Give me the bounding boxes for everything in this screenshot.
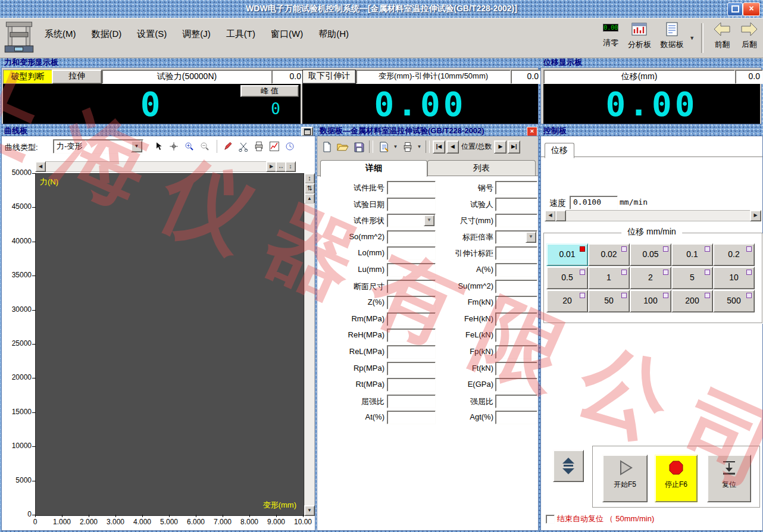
reset-button[interactable]: 复位 <box>707 455 751 502</box>
speed-slider-track[interactable] <box>545 210 761 221</box>
menu-item-6[interactable]: 帮助(H) <box>311 27 357 42</box>
field-input[interactable] <box>495 214 537 227</box>
scroll-down-button[interactable]: ▼ <box>304 505 315 516</box>
chart-tool-button[interactable] <box>267 139 282 154</box>
new-record-button[interactable] <box>319 139 334 154</box>
field-input[interactable] <box>495 296 537 309</box>
close-button[interactable]: × <box>743 2 760 16</box>
field-input[interactable] <box>387 198 436 211</box>
field-input[interactable] <box>495 378 537 392</box>
next-page-button[interactable]: 后翻 <box>738 20 761 51</box>
speed-option-button[interactable]: 0.01 <box>546 243 588 266</box>
tensile-button[interactable]: 拉伸 <box>52 70 102 84</box>
menu-item-4[interactable]: 工具(T) <box>218 27 263 42</box>
break-judge-button[interactable]: 破型判断 <box>3 70 52 84</box>
speed-option-button[interactable]: 5 <box>671 267 713 289</box>
clock-tool-button[interactable] <box>282 139 297 154</box>
tab-detail[interactable]: 详细 <box>320 160 427 177</box>
curve-window-icon[interactable] <box>301 127 313 136</box>
stop-button[interactable]: 停止F6 <box>655 455 698 502</box>
speed-option-button[interactable]: 200 <box>671 290 713 312</box>
field-input[interactable] <box>387 345 436 359</box>
field-input[interactable] <box>495 263 537 277</box>
print-tool-button[interactable] <box>251 139 266 154</box>
pen-tool-button[interactable] <box>220 139 235 154</box>
field-input[interactable] <box>387 362 436 375</box>
field-input[interactable] <box>387 246 436 260</box>
field-input[interactable] <box>387 411 436 424</box>
speed-option-button[interactable]: 0.02 <box>588 243 630 266</box>
curve-type-select[interactable]: 力-变形 ▼ <box>53 139 143 154</box>
field-input[interactable] <box>495 328 537 342</box>
field-input[interactable] <box>495 345 537 359</box>
remove-extensometer-button[interactable]: 取下引伸计 <box>302 70 356 84</box>
nav-last-button[interactable]: ▶| <box>508 140 520 154</box>
print-button[interactable] <box>400 139 415 154</box>
data-board-button[interactable]: 数据板 <box>658 20 686 51</box>
speed-option-button[interactable]: 0.1 <box>671 243 713 266</box>
field-input[interactable] <box>387 263 436 277</box>
menu-item-0[interactable]: 系统(M) <box>37 27 84 42</box>
crosshair-tool-button[interactable] <box>166 139 181 154</box>
data-panel-close-button[interactable]: × <box>527 127 537 136</box>
speed-option-button[interactable]: 2 <box>630 267 671 289</box>
speed-option-button[interactable]: 500 <box>713 290 755 312</box>
field-input[interactable] <box>495 411 537 424</box>
menu-item-2[interactable]: 设置(S) <box>129 27 174 42</box>
slider-left-button[interactable]: ◀ <box>545 210 556 221</box>
minimize-button[interactable] <box>727 2 743 16</box>
pointer-tool-button[interactable] <box>151 139 165 154</box>
field-input[interactable] <box>387 296 436 309</box>
analysis-board-button[interactable]: 分析板 <box>626 20 653 51</box>
field-input[interactable] <box>387 181 436 195</box>
speed-option-button[interactable]: 50 <box>588 290 630 312</box>
field-input[interactable] <box>387 378 436 392</box>
field-input[interactable] <box>495 181 537 195</box>
report-dropdown-icon[interactable]: ▼ <box>392 144 399 149</box>
field-input[interactable] <box>387 395 436 408</box>
plot-area[interactable]: 力(N) 变形(mm) <box>35 173 304 516</box>
nav-next-button[interactable]: ▶ <box>494 140 506 154</box>
speed-option-button[interactable]: 0.05 <box>630 243 671 266</box>
field-input[interactable]: ▼ <box>387 214 436 227</box>
prev-page-button[interactable]: 前翻 <box>711 20 733 51</box>
scissors-tool-button[interactable] <box>236 139 251 154</box>
chevron-down-icon[interactable]: ▼ <box>526 231 536 243</box>
slider-thumb[interactable] <box>555 210 566 221</box>
clear-zero-button[interactable]: 0.00 清零 <box>601 20 621 49</box>
speed-option-button[interactable]: 0.5 <box>546 267 588 289</box>
nav-prev-button[interactable]: ◀ <box>446 140 459 154</box>
speed-input[interactable]: 0.0100 <box>570 196 618 209</box>
slider-right-button[interactable]: ▶ <box>750 210 761 221</box>
field-input[interactable] <box>495 395 537 408</box>
report-preview-button[interactable] <box>376 139 391 154</box>
speed-option-button[interactable]: 10 <box>713 267 755 289</box>
speed-option-button[interactable]: 20 <box>546 290 588 312</box>
field-input[interactable] <box>387 312 436 326</box>
print-dropdown-icon[interactable]: ▼ <box>416 144 423 149</box>
jog-updown-button[interactable] <box>553 450 584 482</box>
vscroll-tool-1-button[interactable]: ↕ <box>304 173 315 184</box>
open-file-button[interactable] <box>335 139 350 154</box>
field-input[interactable] <box>495 362 537 375</box>
field-input[interactable] <box>387 280 436 293</box>
zoom-out-tool-button[interactable] <box>197 139 212 154</box>
curve-vscroll-track[interactable] <box>304 203 315 506</box>
menu-item-1[interactable]: 数据(D) <box>84 27 130 42</box>
field-input[interactable] <box>495 198 537 211</box>
tab-displacement[interactable]: 位移 <box>545 143 574 158</box>
tab-list[interactable]: 列表 <box>427 160 536 177</box>
start-button[interactable]: 开始F5 <box>602 455 648 502</box>
field-input[interactable] <box>495 246 537 260</box>
zoom-in-tool-button[interactable] <box>182 139 196 154</box>
fit-all-button[interactable]: ↕ <box>285 161 296 172</box>
auto-reset-checkbox[interactable] <box>546 515 555 524</box>
menu-item-5[interactable]: 窗口(W) <box>263 27 311 42</box>
field-input[interactable] <box>495 280 537 293</box>
menu-item-3[interactable]: 调整(J) <box>174 27 218 42</box>
speed-option-button[interactable]: 100 <box>630 290 671 312</box>
save-button[interactable] <box>351 139 366 154</box>
speed-option-button[interactable]: 1 <box>588 267 630 289</box>
chevron-down-icon[interactable]: ▼ <box>131 140 142 152</box>
toolbar-dropdown-icon[interactable]: ▼ <box>689 35 695 41</box>
